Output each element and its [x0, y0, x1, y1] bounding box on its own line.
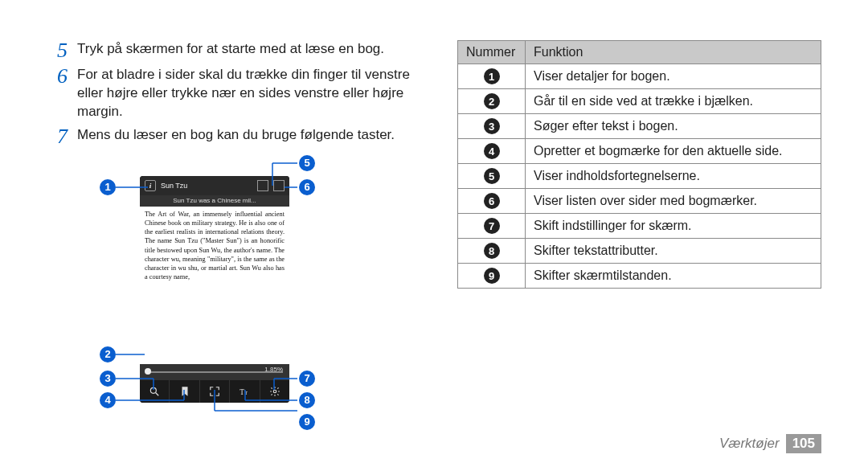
table-head-func: Funktion	[526, 41, 821, 64]
fullscreen-icon	[200, 380, 230, 403]
table-row: 1Viser detaljer for bogen.	[458, 64, 821, 89]
footer-page: 105	[786, 434, 821, 453]
table-cell-func: Søger efter tekst i bogen.	[526, 114, 821, 139]
table-row: 2Går til en side ved at trække i bjælken…	[458, 89, 821, 114]
search-icon	[140, 380, 170, 403]
number-badge: 3	[484, 118, 500, 134]
step-number: 7	[47, 126, 68, 147]
table-head-num: Nummer	[458, 41, 526, 64]
bookmark-icon	[170, 380, 199, 403]
table-row: 7Skift indstillinger for skærm.	[458, 214, 821, 239]
table-cell-num: 1	[458, 64, 526, 89]
number-badge: 5	[484, 168, 500, 184]
info-icon: i	[145, 180, 156, 191]
step-6: 6 For at bladre i sider skal du trække d…	[47, 66, 412, 121]
step-text: For at bladre i sider skal du trække din…	[77, 66, 412, 121]
phone-progress-label: 1.85%	[264, 366, 283, 373]
page-footer: Værktøjer 105	[719, 434, 821, 453]
step-7: 7 Mens du læser en bog kan du bruge følg…	[47, 126, 412, 147]
right-column: Nummer Funktion 1Viser detaljer for boge…	[457, 40, 821, 414]
number-badge: 8	[484, 243, 500, 259]
phone-top-bar: i Sun Tzu	[140, 176, 289, 195]
number-badge: 4	[484, 143, 500, 159]
table-cell-func: Skifter skærmtilstanden.	[526, 264, 821, 289]
number-badge: 9	[484, 268, 500, 284]
number-badge: 2	[484, 93, 500, 109]
table-cell-func: Viser listen over sider med bogmærker.	[526, 189, 821, 214]
table-row: 6Viser listen over sider med bogmærker.	[458, 189, 821, 214]
text-attr-icon: TT	[230, 380, 260, 403]
function-table-body: 1Viser detaljer for bogen.2Går til en si…	[458, 64, 821, 289]
phone-title: Sun Tzu	[161, 182, 187, 190]
callout-1: 1	[100, 179, 116, 195]
step-number: 5	[47, 40, 68, 61]
svg-text:T: T	[245, 390, 248, 395]
phone-page-text: The Art of War, an immensely influential…	[140, 207, 289, 364]
callout-3: 3	[100, 371, 116, 387]
table-cell-func: Opretter et bogmærke for den aktuelle si…	[526, 139, 821, 164]
callout-2: 2	[100, 346, 116, 362]
table-cell-num: 8	[458, 239, 526, 264]
number-badge: 7	[484, 218, 500, 234]
callout-8: 8	[299, 392, 315, 408]
callout-6: 6	[299, 179, 315, 195]
table-cell-func: Går til en side ved at trække i bjælken.	[526, 89, 821, 114]
table-cell-func: Skifter tekstattributter.	[526, 239, 821, 264]
phone-figure: i Sun Tzu Sun Tzu was a Chinese mil... T…	[47, 157, 400, 414]
number-badge: 1	[484, 68, 500, 84]
table-row: 3Søger efter tekst i bogen.	[458, 114, 821, 139]
settings-icon	[260, 380, 289, 403]
svg-point-4	[273, 390, 276, 393]
table-cell-num: 6	[458, 189, 526, 214]
step-5: 5 Tryk på skærmen for at starte med at l…	[47, 40, 412, 61]
table-row: 5Viser indholdsfortegnelserne.	[458, 164, 821, 189]
table-row: 9Skifter skærmtilstanden.	[458, 264, 821, 289]
callout-7: 7	[299, 371, 315, 387]
footer-section: Værktøjer	[719, 436, 780, 452]
table-cell-num: 3	[458, 114, 526, 139]
number-badge: 6	[484, 193, 500, 209]
phone-chapter-bar: Sun Tzu was a Chinese mil...	[140, 195, 289, 207]
callout-4: 4	[100, 392, 116, 408]
table-row: 4Opretter et bogmærke for den aktuelle s…	[458, 139, 821, 164]
svg-text:T: T	[240, 387, 245, 395]
table-cell-num: 4	[458, 139, 526, 164]
phone-mockup: i Sun Tzu Sun Tzu was a Chinese mil... T…	[140, 176, 289, 403]
table-cell-func: Skift indstillinger for skærm.	[526, 214, 821, 239]
svg-point-0	[151, 387, 157, 393]
toc-icon	[257, 180, 268, 191]
table-cell-func: Viser indholdsfortegnelserne.	[526, 164, 821, 189]
table-cell-num: 2	[458, 89, 526, 114]
table-cell-num: 9	[458, 264, 526, 289]
left-column: 5 Tryk på skærmen for at starte med at l…	[47, 40, 412, 414]
page-columns: 5 Tryk på skærmen for at starte med at l…	[47, 40, 821, 414]
bookmark-list-icon	[273, 180, 285, 191]
phone-progress-bar: 1.85%	[140, 364, 289, 380]
svg-line-1	[156, 393, 159, 396]
callout-5: 5	[299, 155, 315, 171]
table-row: 8Skifter tekstattributter.	[458, 239, 821, 264]
table-cell-num: 5	[458, 164, 526, 189]
phone-bottom-bar: TT	[140, 380, 289, 403]
step-number: 6	[47, 66, 68, 121]
table-cell-num: 7	[458, 214, 526, 239]
function-table: Nummer Funktion 1Viser detaljer for boge…	[457, 40, 821, 289]
callout-9: 9	[299, 414, 315, 430]
table-cell-func: Viser detaljer for bogen.	[526, 64, 821, 89]
step-text: Tryk på skærmen for at starte med at læs…	[77, 40, 412, 61]
step-text: Mens du læser en bog kan du bruge følgen…	[77, 126, 412, 147]
